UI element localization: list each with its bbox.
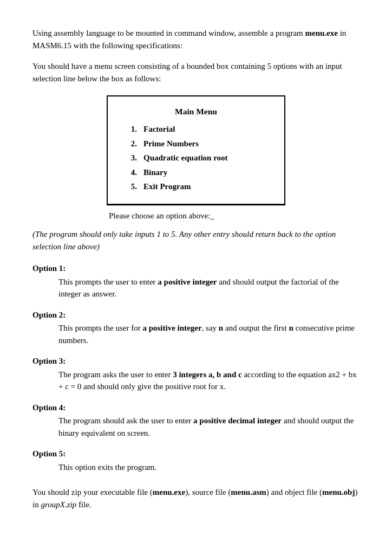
- menu-item-1-label: Factorial: [143, 123, 175, 135]
- option-5-block: Option 5: This option exits the program.: [32, 448, 360, 473]
- note-paragraph: (The program should only take inputs 1 t…: [32, 228, 360, 253]
- intro-text-1: Using assembly language to be mounted in…: [32, 29, 305, 37]
- menu-item-5: 5. Exit Program: [124, 180, 268, 193]
- option-4-bold: a positive decimal integer: [193, 416, 282, 425]
- input-line-text: Please choose an option above:_: [109, 211, 214, 220]
- footer-bold1: menu.exe: [153, 488, 185, 496]
- option-4-block: Option 4: The program should ask the use…: [32, 402, 360, 440]
- menu-item-3: 3. Quadratic equation root: [124, 152, 268, 164]
- option-2-bold2: n: [219, 324, 223, 332]
- menu-item-3-num: 3.: [124, 152, 143, 164]
- menu-item-2: 2. Prime Numbers: [124, 138, 268, 150]
- option-3-body: The program asks the user to enter 3 int…: [32, 369, 360, 393]
- option-2-bold3: n: [289, 324, 293, 332]
- menu-item-4-num: 4.: [124, 166, 143, 179]
- option-1-body: This prompts the user to enter a positiv…: [32, 276, 360, 300]
- option-2-heading: Option 2:: [32, 309, 360, 321]
- intro-text-2: You should have a menu screen consisting…: [32, 62, 342, 83]
- menu-items-list: 1. Factorial 2. Prime Numbers 3. Quadrat…: [124, 123, 268, 193]
- option-1-bold: a positive integer: [158, 278, 217, 286]
- menu-item-5-num: 5.: [124, 180, 143, 193]
- option-1-block: Option 1: This prompts the user to enter…: [32, 262, 360, 300]
- option-4-body: The program should ask the user to enter…: [32, 415, 360, 439]
- intro-paragraph-1: Using assembly language to be mounted in…: [32, 27, 360, 51]
- menu-item-2-label: Prime Numbers: [143, 138, 199, 150]
- footer-bold3: menu.obj: [322, 488, 355, 496]
- option-3-block: Option 3: The program asks the user to e…: [32, 355, 360, 393]
- intro-paragraph-2: You should have a menu screen consisting…: [32, 60, 360, 85]
- option-3-heading: Option 3:: [32, 355, 360, 367]
- footer-italic: groupX.zip: [41, 500, 76, 509]
- menu-item-4: 4. Binary: [124, 166, 268, 179]
- menu-item-1: 1. Factorial: [124, 123, 268, 135]
- menu-item-5-label: Exit Program: [143, 180, 191, 193]
- option-2-body: This prompts the user for a positive int…: [32, 322, 360, 346]
- option-2-bold1: a positive integer: [142, 324, 201, 332]
- menu-item-3-label: Quadratic equation root: [143, 152, 228, 164]
- menu-box-container: Main Menu 1. Factorial 2. Prime Numbers …: [32, 95, 360, 222]
- footer-paragraph: You should zip your executable file (men…: [32, 486, 360, 511]
- menu-item-2-num: 2.: [124, 138, 143, 150]
- menu-item-4-label: Binary: [143, 166, 167, 179]
- menu-input-line: Please choose an option above:_: [107, 205, 285, 222]
- menu-title: Main Menu: [124, 105, 268, 118]
- menu-box: Main Menu 1. Factorial 2. Prime Numbers …: [107, 95, 285, 205]
- option-2-block: Option 2: This prompts the user for a po…: [32, 309, 360, 347]
- footer-bold2: menu.asm: [231, 488, 266, 496]
- menu-item-1-num: 1.: [124, 123, 143, 135]
- option-5-heading: Option 5:: [32, 448, 360, 460]
- option-5-body: This option exits the program.: [32, 461, 360, 474]
- option-3-bold: 3 integers a, b and c: [173, 370, 242, 379]
- option-1-heading: Option 1:: [32, 262, 360, 275]
- option-4-heading: Option 4:: [32, 402, 360, 414]
- note-text: (The program should only take inputs 1 t…: [32, 230, 336, 251]
- menu-exe-bold: menu.exe: [305, 29, 338, 37]
